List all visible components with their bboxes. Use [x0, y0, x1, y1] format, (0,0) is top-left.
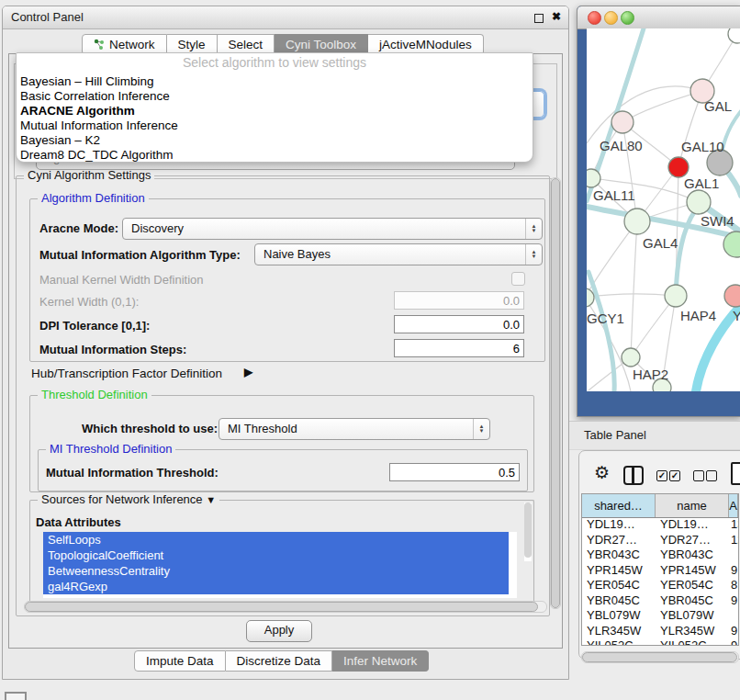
- kernel-width-label: Kernel Width (0,1):: [39, 295, 139, 309]
- network-edges: [587, 28, 740, 391]
- network-node-label: HAP4: [680, 308, 716, 323]
- network-node-label: GAL10: [681, 139, 724, 154]
- table-cell: 9.: [731, 638, 738, 645]
- tab-infer-network[interactable]: Infer Network: [332, 650, 429, 672]
- network-node-label: SWI4: [701, 213, 734, 229]
- tab-label: Discretize Data: [237, 651, 321, 671]
- network-node[interactable]: [668, 157, 689, 177]
- attributes-scrollbar[interactable]: [524, 502, 532, 561]
- network-node-label: GAL4: [643, 235, 678, 251]
- network-node[interactable]: [624, 209, 650, 234]
- algorithm-option[interactable]: ARACNE Algorithm: [17, 104, 533, 119]
- table-cell: YDR27…: [660, 533, 711, 548]
- table-horizontal-scrollbar[interactable]: [581, 651, 739, 663]
- columns-icon[interactable]: [623, 466, 644, 485]
- column-header-partial[interactable]: A: [729, 494, 738, 517]
- table-row[interactable]: YBL079WYBL079W: [582, 608, 738, 624]
- column-header-name[interactable]: name: [656, 494, 729, 517]
- table-row[interactable]: YER054CYER054C8.: [582, 578, 738, 593]
- tab-label: Infer Network: [343, 651, 417, 671]
- network-node[interactable]: [665, 285, 687, 307]
- table-cell: YER054C: [660, 578, 713, 593]
- table-row[interactable]: YIL052CYIL052C9.: [582, 638, 738, 645]
- table-row[interactable]: YPR145WYPR145W9.: [582, 563, 738, 579]
- close-icon[interactable]: ✖: [552, 10, 561, 23]
- network-node[interactable]: [728, 28, 740, 43]
- hub-definition-label[interactable]: Hub/Transcription Factor Definition: [31, 367, 222, 380]
- expand-arrow-icon: ▼: [206, 494, 216, 505]
- control-panel-titlebar[interactable]: Control Panel ✖: [3, 6, 568, 29]
- network-node[interactable]: [724, 285, 740, 307]
- table-header-row: shared… name A: [582, 494, 738, 518]
- settings-horizontal-scrollbar[interactable]: [24, 601, 547, 613]
- algorithm-option[interactable]: Bayesian – K2: [17, 133, 533, 148]
- close-traffic-light[interactable]: [588, 11, 601, 25]
- collapse-arrow-icon[interactable]: ▶: [244, 366, 252, 378]
- algorithm-dropdown-prompt: Select algorithm to view settings: [17, 53, 533, 74]
- algorithm-option[interactable]: Bayesian – Hill Climbing: [17, 74, 533, 89]
- document-icon[interactable]: [731, 462, 740, 485]
- mi-steps-field[interactable]: [394, 339, 524, 357]
- table-row[interactable]: YBR043CYBR043C: [582, 548, 738, 563]
- column-header-shared-name[interactable]: shared…: [582, 494, 656, 517]
- network-window-titlebar[interactable]: [577, 6, 740, 29]
- minimized-panel-icon[interactable]: [5, 692, 27, 700]
- table-panel-header: Table Panel: [569, 421, 740, 450]
- table-cell: YDL19…: [660, 517, 709, 533]
- kernel-width-field[interactable]: [394, 291, 524, 310]
- mi-steps-label: Mutual Information Steps:: [39, 343, 186, 356]
- algorithm-dropdown-popup: Select algorithm to view settings Bayesi…: [16, 52, 533, 163]
- table-cell: 13: [731, 517, 738, 533]
- mi-type-label: Mutual Information Algorithm Type:: [39, 248, 241, 262]
- network-node-label: GAL80: [600, 138, 643, 153]
- mi-threshold-group: MI Threshold Definition Mutual Informati…: [38, 449, 528, 491]
- tab-impute-data[interactable]: Impute Data: [134, 650, 226, 672]
- deselect-checkbox-icon[interactable]: [693, 470, 704, 481]
- mi-threshold-field[interactable]: [389, 463, 520, 481]
- table-row[interactable]: YBR045CYBR045C9.: [582, 593, 738, 609]
- gear-icon[interactable]: ⚙: [594, 462, 610, 483]
- threshold-definition-group: Threshold Definition Which threshold to …: [29, 395, 534, 492]
- mi-type-combo[interactable]: Naive Bayes ▲▼: [254, 243, 543, 265]
- algorithm-option[interactable]: Basic Correlation Inference: [17, 89, 533, 104]
- table-row[interactable]: YDR27…YDR27…12: [582, 533, 738, 548]
- data-attributes-list: SelfLoopsTopologicalCoefficientBetweenne…: [43, 532, 517, 598]
- table-cell: 9.: [731, 593, 738, 609]
- float-window-icon[interactable]: [534, 14, 544, 23]
- sources-group-title[interactable]: Sources for Network Inference ▼: [38, 492, 219, 506]
- minimize-traffic-light[interactable]: [604, 11, 618, 25]
- combo-stepper-icon: ▲▼: [473, 419, 489, 439]
- network-node[interactable]: [687, 190, 711, 214]
- manual-kernel-checkbox[interactable]: [511, 272, 525, 286]
- table-cell: YPR145W: [660, 563, 716, 579]
- network-node[interactable]: [611, 111, 633, 133]
- network-canvas[interactable]: GALGAL80GAL10GAL1GAL11SWI4GAL4GCY1HAP4YH…: [587, 28, 740, 391]
- tab-discretize-data[interactable]: Discretize Data: [226, 650, 333, 672]
- network-node[interactable]: [622, 348, 640, 367]
- network-node[interactable]: [587, 169, 600, 187]
- data-attribute-item[interactable]: gal4RGexp: [43, 579, 509, 594]
- combo-stepper-icon: ▲▼: [525, 219, 542, 239]
- table-row[interactable]: YDL19…YDL19…13: [582, 517, 738, 533]
- table-row[interactable]: YLR345WYLR345W9.: [582, 624, 738, 639]
- data-attribute-item[interactable]: SelfLoops: [43, 532, 509, 548]
- select-all-checkbox-icon[interactable]: ✓: [656, 470, 667, 481]
- aracne-mode-combo[interactable]: Discovery ▲▼: [122, 218, 543, 240]
- deselect-checkbox-icon[interactable]: [706, 470, 717, 481]
- network-node-label: GAL: [704, 98, 732, 114]
- algorithm-option[interactable]: Dream8 DC_TDC Algorithm: [17, 148, 533, 163]
- data-attribute-item[interactable]: TopologicalCoefficient: [43, 548, 509, 563]
- algorithm-dropdown-list: Bayesian – Hill ClimbingBasic Correlatio…: [17, 74, 533, 163]
- dpi-tolerance-field[interactable]: [394, 315, 524, 333]
- table-cell: YDR27…: [587, 533, 637, 548]
- manual-kernel-label: Manual Kernel Width Definition: [39, 273, 203, 287]
- threshold-definition-title: Threshold Definition: [38, 388, 151, 401]
- data-attribute-item[interactable]: BetweennessCentrality: [43, 563, 509, 579]
- combo-stepper-icon: ▲▼: [525, 244, 542, 265]
- select-all-checkbox-icon[interactable]: ✓: [669, 470, 680, 481]
- settings-vertical-scrollbar[interactable]: [550, 177, 561, 609]
- zoom-traffic-light[interactable]: [621, 11, 634, 25]
- which-threshold-combo[interactable]: MI Threshold ▲▼: [219, 418, 490, 440]
- apply-button[interactable]: Apply: [246, 620, 312, 642]
- algorithm-option[interactable]: Mutual Information Inference: [17, 119, 533, 133]
